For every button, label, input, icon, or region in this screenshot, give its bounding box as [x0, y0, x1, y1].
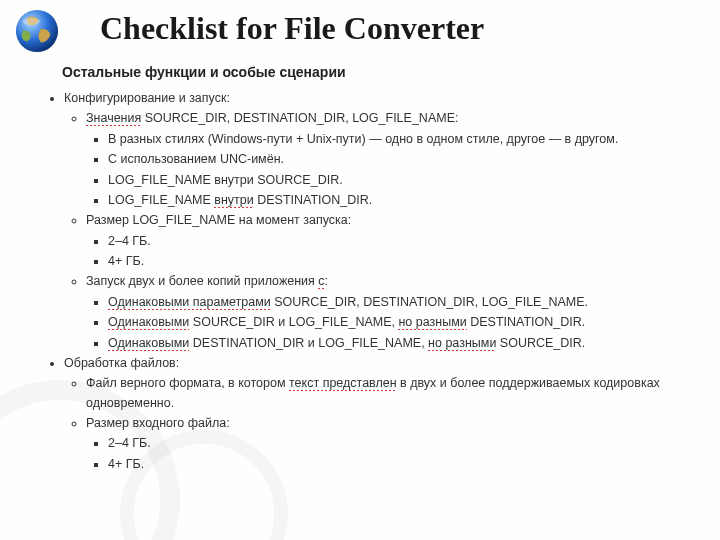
- spellchecked-text: внутри: [214, 193, 253, 208]
- section-subtitle: Остальные функции и особые сценарии: [62, 64, 346, 80]
- list-item: Конфигурирование и запуск: Значения SOUR…: [64, 89, 700, 353]
- text: Запуск двух и более копий приложения: [86, 274, 318, 288]
- list-item: В разных стилях (Windows-пути + Unix-пут…: [108, 130, 700, 149]
- list-item: Одинаковыми DESTINATION_DIR и LOG_FILE_N…: [108, 334, 700, 353]
- spellchecked-text: Одинаковыми: [108, 336, 189, 351]
- list-item: Одинаковыми параметрами SOURCE_DIR, DEST…: [108, 293, 700, 312]
- text: SOURCE_DIR, DESTINATION_DIR, LOG_FILE_NA…: [271, 295, 588, 309]
- list-item: Обработка файлов: Файл верного формата, …: [64, 354, 700, 474]
- item-heading: Размер LOG_FILE_NAME на момент запуска:: [86, 213, 351, 227]
- list-item: Запуск двух и более копий приложения с: …: [86, 272, 700, 353]
- globe-icon: [14, 8, 60, 54]
- spellchecked-text: Одинаковыми: [108, 315, 189, 330]
- item-heading: Размер входного файла:: [86, 416, 230, 430]
- text: Файл верного формата, в котором: [86, 376, 289, 390]
- svg-point-0: [16, 10, 58, 52]
- spellchecked-text: текст представлен: [289, 376, 397, 391]
- text: DESTINATION_DIR.: [254, 193, 373, 207]
- list-item: Одинаковыми SOURCE_DIR и LOG_FILE_NAME, …: [108, 313, 700, 332]
- list-item: Размер входного файла: 2–4 ГБ. 4+ ГБ.: [86, 414, 700, 474]
- list-item: 2–4 ГБ.: [108, 434, 700, 453]
- list-item: Значения SOURCE_DIR, DESTINATION_DIR, LO…: [86, 109, 700, 210]
- list-item: LOG_FILE_NAME внутри DESTINATION_DIR.: [108, 191, 700, 210]
- text: SOURCE_DIR.: [496, 336, 585, 350]
- text: :: [325, 274, 328, 288]
- list-item: 4+ ГБ.: [108, 455, 700, 474]
- text: SOURCE_DIR, DESTINATION_DIR, LOG_FILE_NA…: [141, 111, 458, 125]
- list-item: Файл верного формата, в котором текст пр…: [86, 374, 700, 413]
- svg-point-1: [23, 18, 40, 26]
- spellchecked-text: но разными: [398, 315, 466, 330]
- list-item: LOG_FILE_NAME внутри SOURCE_DIR.: [108, 171, 700, 190]
- list-item: 4+ ГБ.: [108, 252, 700, 271]
- page-title: Checklist for File Converter: [100, 10, 484, 47]
- spellchecked-text: Одинаковыми параметрами: [108, 295, 271, 310]
- text: LOG_FILE_NAME: [108, 193, 214, 207]
- text: SOURCE_DIR и LOG_FILE_NAME,: [189, 315, 398, 329]
- item-heading: Обработка файлов:: [64, 356, 179, 370]
- list-item: Размер LOG_FILE_NAME на момент запуска: …: [86, 211, 700, 271]
- checklist-body: Конфигурирование и запуск: Значения SOUR…: [42, 88, 700, 475]
- text: DESTINATION_DIR и LOG_FILE_NAME,: [189, 336, 428, 350]
- text: DESTINATION_DIR.: [467, 315, 586, 329]
- item-heading: Конфигурирование и запуск:: [64, 91, 230, 105]
- spellchecked-text: но разными: [428, 336, 496, 351]
- list-item: 2–4 ГБ.: [108, 232, 700, 251]
- spellchecked-text: Значения: [86, 111, 141, 126]
- list-item: С использованием UNC-имён.: [108, 150, 700, 169]
